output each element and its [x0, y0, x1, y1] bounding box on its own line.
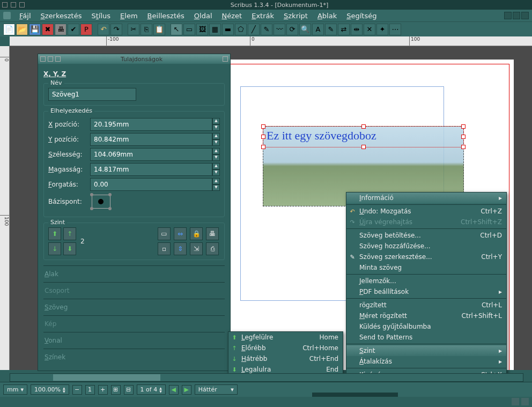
ctx-locked[interactable]: rögzítettCtrl+L: [346, 300, 506, 310]
width-input[interactable]: [90, 148, 212, 161]
ctx-undo[interactable]: ↶Undo: MozgatásCtrl+Z: [346, 206, 506, 217]
handle-n[interactable]: [361, 124, 366, 129]
menu-edit[interactable]: Szerkesztés: [36, 11, 86, 21]
locksize-button[interactable]: ⇲: [190, 242, 203, 255]
ctx-attributes[interactable]: Jellemzők...: [346, 276, 506, 286]
tab-text[interactable]: Szöveg: [43, 299, 225, 315]
ctx-append-text[interactable]: Szöveg hozzáfűzése...: [346, 241, 506, 251]
panel-max-icon[interactable]: [55, 56, 61, 62]
level-up-button[interactable]: ↑: [63, 227, 76, 240]
ctx-level[interactable]: Szint▸: [346, 345, 506, 356]
cut-button[interactable]: ✂: [128, 24, 139, 35]
shape-tool[interactable]: ▬: [222, 24, 234, 35]
zoom-input[interactable]: 100.00%▲▼: [31, 384, 69, 395]
copy-button[interactable]: ⎘: [141, 24, 152, 35]
text-frame-tool[interactable]: ▭: [183, 24, 195, 35]
table-tool[interactable]: ▦: [209, 24, 221, 35]
submenu-backward[interactable]: ↓HátrébbCtrl+End: [228, 353, 343, 364]
print-button[interactable]: 🖶: [55, 24, 66, 35]
rotation-input[interactable]: [90, 178, 212, 191]
xpos-down[interactable]: ▼: [212, 124, 220, 131]
properties-titlebar[interactable]: Tulajdonságok: [38, 54, 230, 64]
story-editor-button[interactable]: ✎: [325, 24, 337, 35]
tab-group[interactable]: Csoport: [43, 282, 225, 299]
image-frame-tool[interactable]: 🖼: [196, 24, 208, 35]
tab-shape[interactable]: Alak: [43, 265, 225, 282]
copy-props-tool[interactable]: ⋯: [389, 24, 401, 35]
xpos-input[interactable]: [90, 118, 212, 131]
tab-line[interactable]: Vonal: [43, 332, 225, 349]
menu-script[interactable]: Szkript: [279, 11, 312, 21]
ctx-pdf-settings[interactable]: PDF beállítások▸: [346, 286, 506, 297]
menu-help[interactable]: Segítség: [342, 11, 381, 21]
preflight-button[interactable]: ✔: [68, 24, 79, 35]
tray-icon-2[interactable]: [521, 398, 529, 405]
group-button[interactable]: ▭: [158, 227, 171, 240]
panel-sysmenu-icon[interactable]: [40, 56, 46, 62]
panel-min-icon[interactable]: [48, 56, 53, 62]
width-up[interactable]: ▲: [212, 148, 220, 154]
mdi-max-button[interactable]: [513, 12, 520, 19]
page-next-button[interactable]: ▶: [182, 385, 191, 395]
menu-view[interactable]: Nézet: [218, 11, 247, 21]
new-button[interactable]: 📄: [3, 24, 15, 35]
mdi-min-button[interactable]: [504, 12, 512, 19]
menu-insert[interactable]: Beillesztés: [143, 11, 189, 21]
panel-close-icon[interactable]: [223, 56, 228, 62]
flipv-button[interactable]: ⇕: [174, 242, 187, 255]
wm-min-icon[interactable]: [11, 2, 16, 8]
ctx-convert[interactable]: Átalakízás▸: [346, 356, 506, 367]
height-input[interactable]: [90, 163, 212, 176]
rot-up[interactable]: ▲: [212, 178, 220, 184]
zoom-in-button[interactable]: +: [98, 385, 108, 395]
ypos-down[interactable]: ▼: [212, 139, 220, 146]
name-input[interactable]: [48, 88, 136, 101]
resize-handle[interactable]: [312, 393, 398, 397]
sb-icon-1[interactable]: ⊞: [111, 385, 121, 395]
unlink-frames-button[interactable]: ⇹: [351, 24, 363, 35]
undo-button[interactable]: ↶: [98, 24, 109, 35]
xpos-up[interactable]: ▲: [212, 118, 220, 124]
menu-style[interactable]: Stílus: [87, 11, 115, 21]
handle-ne[interactable]: [461, 124, 466, 129]
export-toggle[interactable]: ⎙: [206, 242, 219, 255]
tray-icon-1[interactable]: [512, 398, 519, 405]
height-down[interactable]: ▼: [212, 169, 220, 176]
page-prev-button[interactable]: ◀: [169, 385, 179, 395]
bezier-tool[interactable]: ✎: [261, 24, 272, 35]
close-button[interactable]: ✖: [42, 24, 54, 35]
handle-nw[interactable]: [261, 124, 265, 129]
handle-w[interactable]: [261, 135, 265, 139]
width-down[interactable]: ▼: [212, 154, 220, 161]
freehand-tool[interactable]: 〰: [274, 24, 285, 35]
scrollbar-thumb[interactable]: [53, 374, 160, 381]
menu-item[interactable]: Elem: [116, 11, 142, 21]
tab-xyz[interactable]: X, Y, Z: [43, 67, 225, 81]
submenu-forward[interactable]: ↑ElőrébbCtrl+Home: [228, 343, 343, 353]
tab-image[interactable]: Kép: [43, 315, 225, 332]
ctx-send-patterns[interactable]: Send to Patterns: [346, 332, 506, 343]
height-up[interactable]: ▲: [212, 163, 220, 169]
handle-se[interactable]: [461, 145, 466, 149]
unit-select[interactable]: mm▾: [3, 384, 27, 395]
menu-extras[interactable]: Extrák: [247, 11, 278, 21]
print-toggle[interactable]: 🖶: [206, 227, 219, 240]
text-frame[interactable]: Ez itt egy szövegdoboz: [263, 126, 464, 147]
ctx-size-locked[interactable]: Méret rögzítettCtrl+Shift+L: [346, 310, 506, 321]
basepoint-widget[interactable]: [90, 193, 112, 210]
ctx-sample-text[interactable]: Minta szöveg: [346, 262, 506, 273]
submenu-top[interactable]: ⬆LegfelülreHome: [228, 332, 343, 343]
link-frames-button[interactable]: ⇄: [338, 24, 350, 35]
ctx-send-scrapbook[interactable]: Küldés gyűjtőalbumba: [346, 321, 506, 332]
pdf-button[interactable]: P: [80, 24, 92, 35]
menu-file[interactable]: Fájl: [15, 11, 35, 21]
mdi-close-button[interactable]: [521, 12, 529, 19]
paste-button[interactable]: 📋: [153, 24, 165, 35]
select-tool[interactable]: ↖: [171, 24, 182, 35]
wm-menu-icon[interactable]: [2, 2, 8, 8]
ypos-input[interactable]: [90, 133, 212, 146]
open-button[interactable]: 📂: [16, 24, 28, 35]
handle-e[interactable]: [461, 135, 466, 139]
horizontal-scrollbar[interactable]: [10, 373, 523, 382]
menu-page[interactable]: Oldal: [190, 11, 217, 21]
